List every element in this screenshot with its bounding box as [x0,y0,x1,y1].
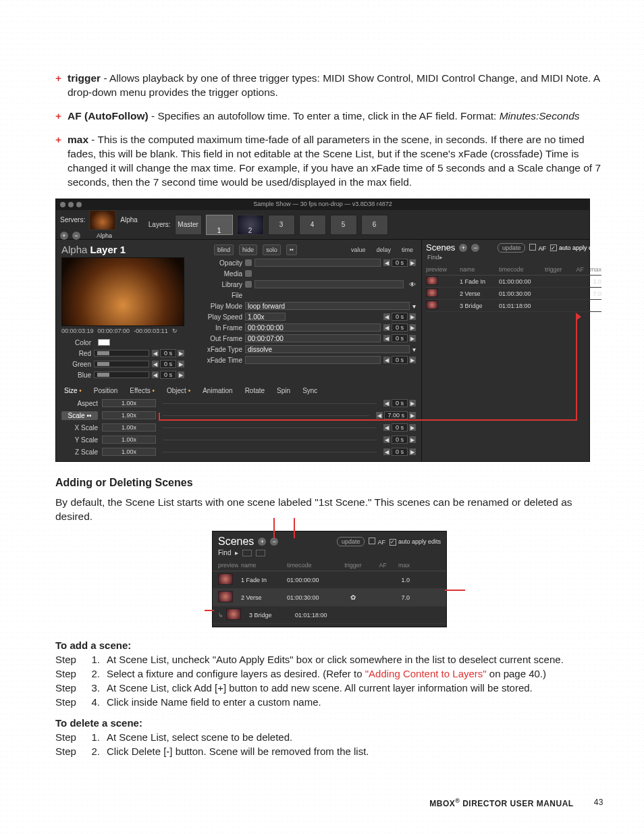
dropdown-icon[interactable]: ▾ [412,303,416,310]
tab-object[interactable]: Object [167,387,190,394]
inc-icon[interactable]: ▶ [178,361,184,367]
inc-icon[interactable]: ▶ [409,424,416,431]
scene-row[interactable]: 2 Verse 01:00:30:00 ✿ 7.0 [213,589,446,606]
param-time[interactable]: 0 s [392,423,408,432]
dec-icon[interactable]: ◀ [376,412,383,419]
inc-icon[interactable]: ▶ [409,259,416,266]
tab-effects[interactable]: Effects [130,387,155,394]
dec-icon[interactable]: ◀ [383,424,390,431]
inc-icon[interactable]: ▶ [409,357,416,363]
add-scene-button[interactable]: + [258,538,266,546]
param-time[interactable]: 0 s [392,436,408,444]
red-slider[interactable] [94,350,149,357]
inc-icon[interactable]: ▶ [409,412,416,419]
library-value[interactable] [254,280,404,288]
inframe-value[interactable]: 00:00:00:00 [245,323,381,332]
xfadetime-time[interactable]: 0 s [392,356,408,364]
blue-time[interactable]: 0 s [160,371,176,379]
playspeed-value[interactable]: 1.00x [245,313,286,321]
blind-button[interactable]: blind [214,244,234,255]
green-slider[interactable] [94,361,149,367]
xfadetype-value[interactable]: dissolve [245,345,410,353]
autoapply-toggle[interactable]: ✓auto apply edits [390,538,441,546]
hide-button[interactable]: hide [239,244,257,255]
layer-tab-2[interactable]: 2 [237,215,264,235]
scene-row[interactable]: 1 Fade In 01:00:00:00 1.0 [426,276,601,288]
param-value[interactable]: 1.00x [102,448,156,456]
filter-icon[interactable] [256,550,265,556]
dot-icon[interactable] [245,259,252,266]
eye-icon[interactable]: 👁 [409,281,416,288]
xfadetime-value[interactable] [245,356,381,364]
layer-tab-5[interactable]: 5 [330,215,357,235]
traffic-light-icon[interactable] [68,202,74,207]
traffic-light-icon[interactable] [76,202,82,207]
traffic-light-icon[interactable] [60,202,65,207]
opacity-value[interactable] [254,259,381,267]
param-track[interactable] [163,440,377,440]
playmode-value[interactable]: loop forward [245,302,410,310]
inc-icon[interactable]: ▶ [409,324,416,331]
inc-icon[interactable]: ▶ [178,371,184,378]
layer-tab-6[interactable]: 6 [361,215,388,235]
dec-icon[interactable]: ◀ [383,335,390,342]
dec-icon[interactable]: ◀ [383,448,390,455]
layer-tab-1[interactable]: 1 [206,215,233,235]
update-button[interactable]: update [337,537,365,546]
layer-tab-3[interactable]: 3 [268,215,295,235]
scene-row[interactable]: 3 Bridge 01:01:18:00 [426,300,601,312]
scene-row[interactable]: ↳ 3 Bridge 01:01:18:00 [213,606,446,624]
param-time[interactable]: 0 s [392,448,408,456]
dot-icon[interactable] [245,281,252,288]
af-toggle[interactable]: AF [369,538,385,546]
server-thumbnail[interactable] [89,210,116,230]
dec-icon[interactable]: ◀ [383,313,390,320]
add-scene-button[interactable]: + [459,244,467,252]
link-icon[interactable]: •• [286,244,297,255]
dec-icon[interactable]: ◀ [383,400,390,407]
tab-animation[interactable]: Animation [203,387,232,394]
tab-size[interactable]: Size [64,387,82,394]
dec-icon[interactable]: ◀ [152,361,159,367]
inc-icon[interactable]: ▶ [178,350,184,357]
dec-icon[interactable]: ◀ [152,371,159,378]
tab-position[interactable]: Position [94,387,118,394]
outframe-value[interactable]: 00:00:07:00 [245,334,381,342]
param-value[interactable]: 1.00x [102,399,156,407]
playspeed-time[interactable]: 0 s [392,313,408,321]
dot-icon[interactable] [245,270,252,277]
red-time[interactable]: 0 s [160,349,176,357]
solo-button[interactable]: solo [263,244,281,255]
dropdown-icon[interactable]: ▾ [412,346,416,353]
find-field[interactable]: Find▸ [426,253,601,263]
param-value[interactable]: 1.90x [102,411,156,419]
green-time[interactable]: 0 s [160,360,176,368]
scene-trigger[interactable]: ✿ [340,594,367,601]
tab-rotate[interactable]: Rotate [245,387,265,394]
layer-tab-4[interactable]: 4 [299,215,326,235]
blue-slider[interactable] [94,371,149,378]
layer-tab-master[interactable]: Master [175,215,202,235]
param-value[interactable]: 1.00x [102,423,156,432]
find-field[interactable]: Find [218,549,231,556]
inc-icon[interactable]: ▶ [409,436,416,443]
inframe-time[interactable]: 0 s [392,323,408,332]
param-value[interactable]: 1.00x [102,436,156,444]
dec-icon[interactable]: ◀ [383,259,390,266]
dec-icon[interactable]: ◀ [383,357,390,363]
scene-row[interactable]: 1 Fade In 01:00:00:00 1.0 [213,571,446,589]
tab-sync[interactable]: Sync [302,387,317,394]
param-track[interactable] [163,452,377,452]
param-track[interactable] [163,403,377,404]
inc-icon[interactable]: ▶ [409,448,416,455]
update-button[interactable]: update [498,243,526,253]
autoapply-toggle[interactable]: ✓auto apply edits [550,244,601,252]
link-adding-content[interactable]: "Adding Content to Layers" [365,668,487,679]
param-track[interactable] [163,427,377,428]
scene-row[interactable]: 2 Verse 01:00:30:00 7.0 [426,288,601,300]
inc-icon[interactable]: ▶ [409,335,416,342]
param-time[interactable]: 7.00 s [384,411,408,419]
param-time[interactable]: 0 s [392,399,408,407]
dec-icon[interactable]: ◀ [383,436,390,443]
param-track[interactable] [163,415,369,416]
